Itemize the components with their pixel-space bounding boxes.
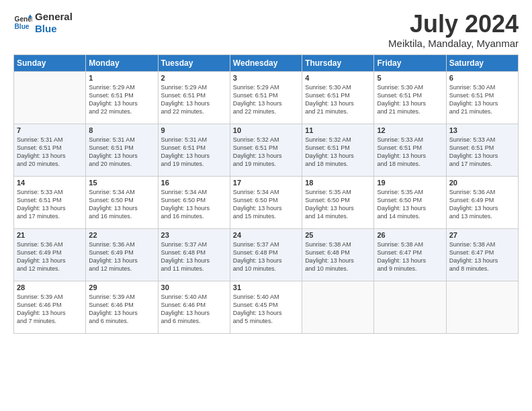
col-header-wednesday: Wednesday: [230, 54, 302, 71]
calendar-cell: 9Sunrise: 5:31 AM Sunset: 6:51 PM Daylig…: [158, 124, 230, 176]
day-number: 27: [449, 231, 515, 239]
day-info: Sunrise: 5:30 AM Sunset: 6:51 PM Dayligh…: [305, 83, 371, 116]
title-block: July 2024 Meiktila, Mandalay, Myanmar: [388, 11, 519, 49]
calendar-cell: 13Sunrise: 5:33 AM Sunset: 6:51 PM Dayli…: [446, 124, 518, 176]
day-number: 14: [17, 179, 83, 187]
day-number: 18: [305, 179, 371, 187]
day-info: Sunrise: 5:38 AM Sunset: 6:47 PM Dayligh…: [449, 240, 515, 273]
calendar-cell: 26Sunrise: 5:38 AM Sunset: 6:47 PM Dayli…: [374, 228, 446, 281]
calendar-cell: 27Sunrise: 5:38 AM Sunset: 6:47 PM Dayli…: [446, 228, 518, 281]
month-title: July 2024: [388, 11, 519, 38]
day-info: Sunrise: 5:30 AM Sunset: 6:51 PM Dayligh…: [377, 83, 443, 116]
logo: General Blue General Blue: [13, 11, 73, 35]
calendar-cell: 22Sunrise: 5:36 AM Sunset: 6:49 PM Dayli…: [86, 228, 158, 281]
calendar-cell: 7Sunrise: 5:31 AM Sunset: 6:51 PM Daylig…: [14, 124, 86, 176]
day-number: 19: [377, 179, 443, 187]
day-number: 20: [449, 179, 515, 187]
day-number: 1: [89, 74, 154, 82]
logo-line1: General: [35, 11, 73, 23]
day-info: Sunrise: 5:39 AM Sunset: 6:46 PM Dayligh…: [89, 293, 154, 326]
day-info: Sunrise: 5:34 AM Sunset: 6:50 PM Dayligh…: [89, 188, 154, 221]
calendar-cell: 4Sunrise: 5:30 AM Sunset: 6:51 PM Daylig…: [302, 71, 374, 124]
calendar-week-4: 21Sunrise: 5:36 AM Sunset: 6:49 PM Dayli…: [14, 228, 519, 281]
day-info: Sunrise: 5:33 AM Sunset: 6:51 PM Dayligh…: [449, 136, 515, 169]
day-info: Sunrise: 5:40 AM Sunset: 6:45 PM Dayligh…: [233, 293, 299, 326]
day-info: Sunrise: 5:29 AM Sunset: 6:51 PM Dayligh…: [161, 83, 227, 116]
calendar-cell: 16Sunrise: 5:34 AM Sunset: 6:50 PM Dayli…: [158, 176, 230, 228]
day-number: 2: [161, 74, 227, 82]
calendar-body: 1Sunrise: 5:29 AM Sunset: 6:51 PM Daylig…: [14, 71, 519, 333]
calendar-week-2: 7Sunrise: 5:31 AM Sunset: 6:51 PM Daylig…: [14, 124, 519, 176]
calendar-cell: 10Sunrise: 5:32 AM Sunset: 6:51 PM Dayli…: [230, 124, 302, 176]
calendar-cell: 31Sunrise: 5:40 AM Sunset: 6:45 PM Dayli…: [230, 281, 302, 333]
day-number: 22: [89, 231, 154, 239]
calendar-cell: 5Sunrise: 5:30 AM Sunset: 6:51 PM Daylig…: [374, 71, 446, 124]
day-number: 4: [305, 74, 371, 82]
calendar-cell: [446, 281, 518, 333]
calendar-cell: [374, 281, 446, 333]
day-info: Sunrise: 5:37 AM Sunset: 6:48 PM Dayligh…: [161, 240, 227, 273]
calendar-cell: 23Sunrise: 5:37 AM Sunset: 6:48 PM Dayli…: [158, 228, 230, 281]
calendar-cell: 28Sunrise: 5:39 AM Sunset: 6:46 PM Dayli…: [14, 281, 86, 333]
calendar-cell: 14Sunrise: 5:33 AM Sunset: 6:51 PM Dayli…: [14, 176, 86, 228]
calendar-cell: 3Sunrise: 5:29 AM Sunset: 6:51 PM Daylig…: [230, 71, 302, 124]
day-info: Sunrise: 5:39 AM Sunset: 6:46 PM Dayligh…: [17, 293, 83, 326]
day-number: 5: [377, 74, 443, 82]
day-info: Sunrise: 5:35 AM Sunset: 6:50 PM Dayligh…: [377, 188, 443, 221]
day-info: Sunrise: 5:31 AM Sunset: 6:51 PM Dayligh…: [89, 136, 154, 169]
day-number: 7: [17, 126, 83, 134]
day-info: Sunrise: 5:30 AM Sunset: 6:51 PM Dayligh…: [449, 83, 515, 116]
day-info: Sunrise: 5:37 AM Sunset: 6:48 PM Dayligh…: [233, 240, 299, 273]
page-header: General Blue General Blue July 2024 Meik…: [13, 11, 519, 49]
day-number: 30: [161, 283, 227, 291]
col-header-monday: Monday: [86, 54, 158, 71]
day-number: 15: [89, 179, 154, 187]
calendar-week-3: 14Sunrise: 5:33 AM Sunset: 6:51 PM Dayli…: [14, 176, 519, 228]
calendar-cell: [302, 281, 374, 333]
location-title: Meiktila, Mandalay, Myanmar: [388, 38, 519, 49]
logo-line2: Blue: [35, 23, 73, 35]
calendar-cell: 15Sunrise: 5:34 AM Sunset: 6:50 PM Dayli…: [86, 176, 158, 228]
calendar-week-1: 1Sunrise: 5:29 AM Sunset: 6:51 PM Daylig…: [14, 71, 519, 124]
col-header-saturday: Saturday: [446, 54, 518, 71]
calendar-week-5: 28Sunrise: 5:39 AM Sunset: 6:46 PM Dayli…: [14, 281, 519, 333]
day-number: 29: [89, 283, 154, 291]
calendar-header-row: SundayMondayTuesdayWednesdayThursdayFrid…: [14, 54, 519, 71]
calendar-cell: 24Sunrise: 5:37 AM Sunset: 6:48 PM Dayli…: [230, 228, 302, 281]
calendar-cell: 25Sunrise: 5:38 AM Sunset: 6:48 PM Dayli…: [302, 228, 374, 281]
day-number: 13: [449, 126, 515, 134]
logo-icon: General Blue: [13, 13, 32, 32]
day-info: Sunrise: 5:36 AM Sunset: 6:49 PM Dayligh…: [89, 240, 154, 273]
svg-text:Blue: Blue: [15, 23, 30, 30]
calendar-cell: [14, 71, 86, 124]
calendar-cell: 20Sunrise: 5:36 AM Sunset: 6:49 PM Dayli…: [446, 176, 518, 228]
day-number: 28: [17, 283, 83, 291]
day-info: Sunrise: 5:33 AM Sunset: 6:51 PM Dayligh…: [377, 136, 443, 169]
day-info: Sunrise: 5:31 AM Sunset: 6:51 PM Dayligh…: [17, 136, 83, 169]
calendar-cell: 29Sunrise: 5:39 AM Sunset: 6:46 PM Dayli…: [86, 281, 158, 333]
day-info: Sunrise: 5:32 AM Sunset: 6:51 PM Dayligh…: [305, 136, 371, 169]
day-info: Sunrise: 5:35 AM Sunset: 6:50 PM Dayligh…: [305, 188, 371, 221]
day-number: 31: [233, 283, 299, 291]
day-info: Sunrise: 5:40 AM Sunset: 6:46 PM Dayligh…: [161, 293, 227, 326]
day-info: Sunrise: 5:36 AM Sunset: 6:49 PM Dayligh…: [17, 240, 83, 273]
day-number: 3: [233, 74, 299, 82]
day-info: Sunrise: 5:34 AM Sunset: 6:50 PM Dayligh…: [233, 188, 299, 221]
day-number: 16: [161, 179, 227, 187]
day-number: 23: [161, 231, 227, 239]
day-number: 6: [449, 74, 515, 82]
day-info: Sunrise: 5:29 AM Sunset: 6:51 PM Dayligh…: [233, 83, 299, 116]
calendar-cell: 6Sunrise: 5:30 AM Sunset: 6:51 PM Daylig…: [446, 71, 518, 124]
calendar-cell: 19Sunrise: 5:35 AM Sunset: 6:50 PM Dayli…: [374, 176, 446, 228]
calendar-cell: 21Sunrise: 5:36 AM Sunset: 6:49 PM Dayli…: [14, 228, 86, 281]
calendar-cell: 17Sunrise: 5:34 AM Sunset: 6:50 PM Dayli…: [230, 176, 302, 228]
day-number: 9: [161, 126, 227, 134]
day-number: 21: [17, 231, 83, 239]
col-header-friday: Friday: [374, 54, 446, 71]
day-number: 12: [377, 126, 443, 134]
day-info: Sunrise: 5:36 AM Sunset: 6:49 PM Dayligh…: [449, 188, 515, 221]
day-info: Sunrise: 5:31 AM Sunset: 6:51 PM Dayligh…: [161, 136, 227, 169]
calendar-cell: 8Sunrise: 5:31 AM Sunset: 6:51 PM Daylig…: [86, 124, 158, 176]
calendar-cell: 12Sunrise: 5:33 AM Sunset: 6:51 PM Dayli…: [374, 124, 446, 176]
day-number: 25: [305, 231, 371, 239]
